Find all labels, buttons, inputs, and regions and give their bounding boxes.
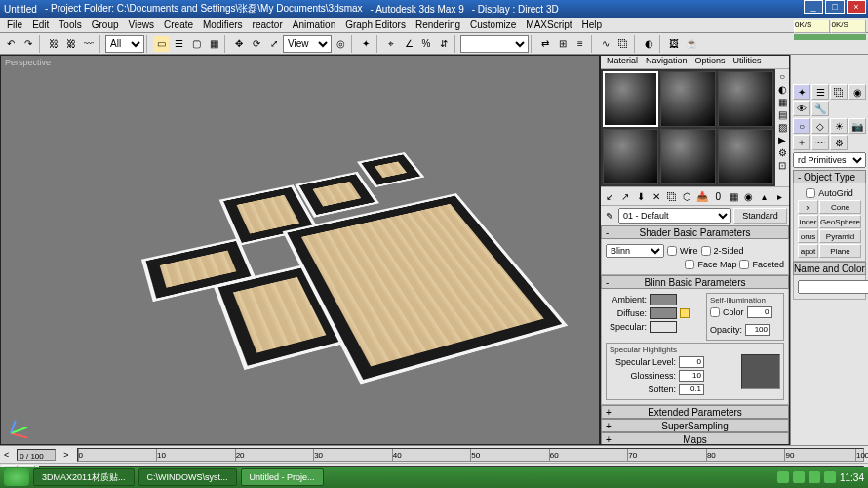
sample-uv-icon[interactable]: ▤ <box>776 108 788 120</box>
object-name-field[interactable] <box>798 280 868 294</box>
menu-maxscript[interactable]: MAXScript <box>521 20 576 30</box>
sample-type-icon[interactable]: ○ <box>776 70 788 82</box>
utilities-tab[interactable]: 🔧 <box>811 101 829 116</box>
self-illum-color-checkbox[interactable] <box>710 307 720 317</box>
tray-icon-3[interactable] <box>809 471 820 483</box>
rollout-supersampling[interactable]: +SuperSampling <box>601 419 789 432</box>
motion-tab[interactable]: ◉ <box>848 84 866 100</box>
select-region-button[interactable]: ▢ <box>187 35 205 53</box>
material-editor-button[interactable]: ◐ <box>640 35 657 53</box>
autogrid-checkbox[interactable] <box>806 188 815 198</box>
menu-animation[interactable]: Animation <box>288 20 340 30</box>
menu-tools[interactable]: Tools <box>54 20 86 30</box>
taskbar-item-3[interactable]: Untitled - Proje... <box>241 468 324 486</box>
material-type-button[interactable]: Standard <box>733 208 787 224</box>
get-material-icon[interactable]: ↙ <box>603 189 617 204</box>
two-sided-checkbox[interactable] <box>701 246 711 256</box>
go-sibling-icon[interactable]: ▸ <box>772 189 787 204</box>
material-name-field[interactable]: 01 - Default <box>618 208 731 224</box>
lights-cat-icon[interactable]: ☀ <box>830 118 848 134</box>
pick-material-icon[interactable]: ✎ <box>603 209 616 223</box>
taskbar-item-1[interactable]: 3DMAX2011材质贴... <box>33 468 135 486</box>
material-slot-6[interactable] <box>718 129 773 184</box>
assign-to-selection-icon[interactable]: ⬇ <box>634 189 649 204</box>
viewport-perspective[interactable]: Perspective <box>0 55 600 445</box>
helpers-cat-icon[interactable]: ＋ <box>793 135 810 150</box>
prim-box[interactable]: x <box>798 200 818 214</box>
menu-group[interactable]: Group <box>87 20 124 30</box>
glossiness-spinner[interactable]: 10 <box>679 370 704 382</box>
make-copy-icon[interactable]: ⿻ <box>664 189 679 204</box>
unlink-button[interactable]: ⛓̸ <box>62 35 80 53</box>
select-by-mat-icon[interactable]: ⊡ <box>776 159 788 171</box>
menu-rendering[interactable]: Rendering <box>411 20 465 30</box>
align-button[interactable]: ⊞ <box>554 35 572 53</box>
geometry-cat-icon[interactable]: ○ <box>793 118 810 134</box>
tray-icon-2[interactable] <box>793 471 805 483</box>
self-illum-spinner[interactable]: 0 <box>747 306 772 318</box>
soften-spinner[interactable]: 0.1 <box>679 384 704 395</box>
angle-snap-button[interactable]: ∠ <box>400 35 417 53</box>
prim-pyramid[interactable]: Pyramid <box>819 229 861 243</box>
shapes-cat-icon[interactable]: ◇ <box>811 118 829 134</box>
make-unique-icon[interactable]: ⬡ <box>680 189 694 204</box>
specular-swatch[interactable] <box>650 321 677 333</box>
prim-cylinder[interactable]: inder <box>798 215 818 228</box>
face-map-checkbox[interactable] <box>685 260 694 269</box>
mat-menu-material[interactable]: Material <box>603 56 642 68</box>
vp-stat-1[interactable]: 0K/S <box>794 20 830 33</box>
mirror-button[interactable]: ⇄ <box>536 35 554 53</box>
curve-editor-button[interactable]: ∿ <box>597 35 614 53</box>
manipulate-button[interactable]: ✦ <box>357 35 375 53</box>
select-scale-button[interactable]: ⤢ <box>265 35 283 53</box>
prim-plane[interactable]: Plane <box>819 244 861 258</box>
modify-tab[interactable]: ☰ <box>811 84 829 100</box>
maximize-button[interactable]: □ <box>825 0 845 14</box>
diffuse-swatch[interactable] <box>650 307 677 319</box>
undo-button[interactable]: ↶ <box>2 35 20 53</box>
start-button[interactable] <box>4 468 29 486</box>
select-move-button[interactable]: ✥ <box>230 35 248 53</box>
menu-edit[interactable]: Edit <box>27 20 54 30</box>
mat-menu-navigation[interactable]: Navigation <box>642 56 691 68</box>
pivot-center-button[interactable]: ◎ <box>332 35 349 53</box>
ref-coord-system[interactable]: View <box>283 35 332 53</box>
time-ruler[interactable]: 0 10 20 30 40 50 60 70 80 90 100 <box>77 448 864 462</box>
reset-map-icon[interactable]: ✕ <box>649 189 663 204</box>
minimize-button[interactable]: _ <box>804 0 823 14</box>
ambient-swatch[interactable] <box>650 294 677 305</box>
specular-level-spinner[interactable]: 0 <box>679 356 704 368</box>
select-rotate-button[interactable]: ⟳ <box>248 35 265 53</box>
diffuse-lock-icon[interactable] <box>680 308 690 318</box>
material-slot-4[interactable] <box>603 129 658 184</box>
prim-torus[interactable]: orus <box>798 229 818 243</box>
window-crossing-button[interactable]: ▦ <box>205 35 222 53</box>
put-to-library-icon[interactable]: 📥 <box>695 189 710 204</box>
wire-checkbox[interactable] <box>667 246 677 256</box>
cameras-cat-icon[interactable]: 📷 <box>848 118 866 134</box>
preview-icon[interactable]: ▶ <box>776 134 788 145</box>
named-selection-set[interactable] <box>460 35 529 53</box>
faceted-checkbox[interactable] <box>739 260 749 269</box>
menu-reactor[interactable]: reactor <box>248 20 288 30</box>
rollout-maps[interactable]: +Maps <box>601 432 789 444</box>
render-scene-button[interactable]: 🖼 <box>665 35 683 53</box>
video-check-icon[interactable]: ▨ <box>776 121 788 133</box>
time-slider[interactable]: 0 / 100 <box>17 449 56 461</box>
select-name-button[interactable]: ☰ <box>170 35 187 53</box>
prim-geosphere[interactable]: GeoSphere <box>819 215 861 228</box>
system-clock[interactable]: 11:34 <box>840 472 864 483</box>
create-tab[interactable]: ✦ <box>793 84 810 100</box>
snap-toggle-button[interactable]: ⌖ <box>382 35 400 53</box>
hierarchy-tab[interactable]: ⿻ <box>830 84 848 100</box>
link-button[interactable]: ⛓ <box>45 35 62 53</box>
material-slot-1[interactable] <box>603 71 658 127</box>
rollout-shader-basic[interactable]: -Shader Basic Parameters <box>601 225 789 239</box>
background-icon[interactable]: ▦ <box>776 96 788 107</box>
select-object-button[interactable]: ▭ <box>152 35 170 53</box>
options-icon[interactable]: ⚙ <box>776 146 788 158</box>
layers-button[interactable]: ≡ <box>572 35 589 53</box>
tray-icon-4[interactable] <box>824 471 836 483</box>
spinner-snap-button[interactable]: ⇵ <box>435 35 453 53</box>
rollout-extended-params[interactable]: +Extended Parameters <box>601 405 789 419</box>
